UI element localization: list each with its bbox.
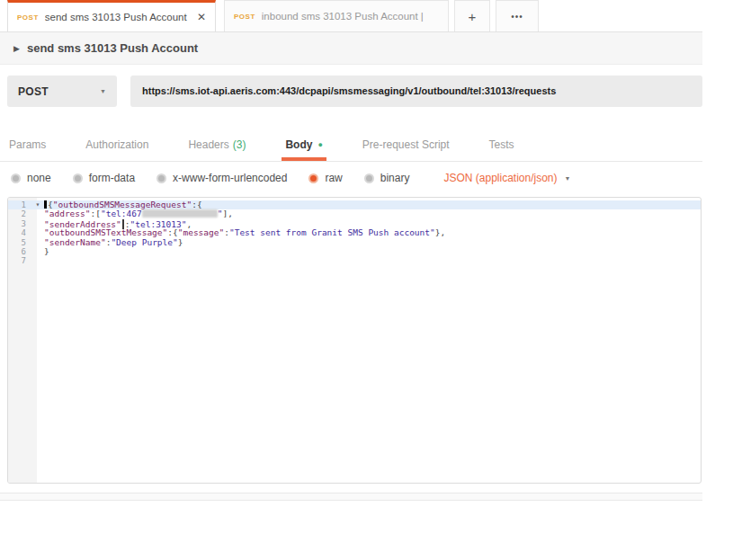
collapse-caret-icon[interactable]: ▶ bbox=[13, 44, 20, 53]
active-tab-underline bbox=[282, 157, 326, 161]
code-token: "senderName" bbox=[44, 237, 106, 247]
tab-tests[interactable]: Tests bbox=[489, 128, 514, 161]
code-token: :[ bbox=[90, 209, 100, 218]
fold-column bbox=[31, 256, 44, 265]
radio-label: raw bbox=[325, 172, 342, 184]
line-number: 7 bbox=[8, 256, 31, 265]
close-tab-icon[interactable]: ✕ bbox=[197, 11, 206, 23]
radio-icon bbox=[73, 173, 83, 183]
method-dropdown[interactable]: POST ▼ bbox=[7, 76, 117, 107]
fold-column bbox=[31, 247, 44, 256]
tab-label: Pre-request Script bbox=[362, 138, 450, 151]
code-token: :{ bbox=[167, 227, 177, 237]
request-tab-send-sms[interactable]: POST send sms 31013 Push Account ✕ bbox=[7, 0, 216, 31]
raw-body-editor[interactable]: 1▾{"outboundSMSMessageRequest":{2"addres… bbox=[7, 197, 702, 484]
postman-window: POST send sms 31013 Push Account ✕ POST … bbox=[0, 0, 702, 501]
body-type-none[interactable]: none bbox=[11, 172, 51, 184]
request-title: send sms 31013 Push Account bbox=[27, 41, 198, 55]
code-text bbox=[44, 256, 701, 265]
radio-icon bbox=[364, 173, 374, 183]
code-token: "message" bbox=[178, 227, 224, 237]
code-line[interactable]: 6} bbox=[8, 247, 701, 256]
body-has-content-dot-icon: ● bbox=[317, 140, 322, 149]
code-text: "senderName":"Deep Purple"} bbox=[44, 238, 701, 247]
radio-label: x-www-form-urlencoded bbox=[173, 172, 287, 184]
redacted-text bbox=[142, 209, 218, 218]
line-number: 1 bbox=[8, 200, 31, 209]
line-number: 5 bbox=[8, 238, 31, 247]
body-type-binary[interactable]: binary bbox=[364, 172, 410, 184]
tab-label: send sms 31013 Push Account bbox=[45, 12, 192, 22]
code-line[interactable]: 5"senderName":"Deep Purple"} bbox=[8, 238, 701, 247]
radio-label: none bbox=[27, 172, 51, 184]
radio-icon bbox=[156, 173, 166, 183]
body-type-raw[interactable]: raw bbox=[308, 172, 342, 184]
tab-authorization[interactable]: Authorization bbox=[85, 128, 148, 161]
code-line[interactable]: 7 bbox=[8, 256, 701, 265]
body-type-bar: none form-data x-www-form-urlencoded raw… bbox=[0, 162, 702, 194]
tab-label: Authorization bbox=[85, 138, 148, 151]
code-token: }, bbox=[435, 227, 445, 237]
fold-column bbox=[31, 228, 44, 237]
code-token: "address" bbox=[44, 209, 90, 218]
chevron-down-icon: ▼ bbox=[565, 175, 571, 182]
method-value: POST bbox=[18, 85, 49, 98]
code-text: } bbox=[44, 247, 701, 256]
tab-label: Tests bbox=[489, 138, 514, 151]
line-number: 2 bbox=[8, 209, 31, 218]
code-token: ], bbox=[222, 209, 232, 218]
url-input[interactable]: https://sms.iot-api.aeris.com:443/dcpapi… bbox=[130, 76, 702, 107]
tab-options-button[interactable]: ••• bbox=[496, 0, 539, 31]
radio-selected-icon bbox=[308, 173, 318, 183]
body-type-urlencoded[interactable]: x-www-form-urlencoded bbox=[156, 172, 287, 184]
radio-label: binary bbox=[380, 172, 410, 184]
body-type-form-data[interactable]: form-data bbox=[73, 172, 135, 184]
code-token: "outboundSMSMessageRequest" bbox=[53, 200, 192, 209]
tab-label: Headers bbox=[188, 138, 228, 151]
code-token: "outboundSMSTextMessage" bbox=[44, 227, 167, 237]
code-token: } bbox=[178, 237, 183, 247]
line-number: 3 bbox=[8, 219, 31, 228]
tab-params[interactable]: Params bbox=[9, 128, 46, 161]
radio-label: form-data bbox=[89, 172, 135, 184]
fold-caret-icon[interactable]: ▾ bbox=[31, 200, 44, 209]
chevron-down-icon: ▼ bbox=[100, 88, 106, 94]
text-cursor bbox=[44, 200, 47, 209]
radio-icon bbox=[11, 173, 21, 183]
tab-label: Params bbox=[9, 138, 46, 151]
method-badge: POST bbox=[234, 13, 255, 21]
headers-count-badge: (3) bbox=[233, 138, 246, 151]
fold-column bbox=[31, 209, 44, 218]
content-type-label: JSON (application/json) bbox=[443, 172, 557, 184]
tab-body[interactable]: Body ● bbox=[285, 128, 322, 161]
code-token: } bbox=[44, 246, 49, 256]
tab-label: Body bbox=[285, 138, 312, 151]
code-line[interactable]: 2"address":["tel:467"], bbox=[8, 209, 701, 218]
request-title-bar: ▶ send sms 31013 Push Account bbox=[0, 32, 702, 65]
code-token: :{ bbox=[192, 200, 201, 209]
tab-pre-request-script[interactable]: Pre-request Script bbox=[362, 128, 450, 161]
code-token: "Deep Purple" bbox=[111, 237, 177, 247]
method-badge: POST bbox=[17, 13, 39, 22]
code-text: "address":["tel:467"], bbox=[44, 209, 701, 218]
fold-column bbox=[31, 238, 44, 247]
new-tab-button[interactable]: + bbox=[454, 0, 490, 31]
code-token: "Test sent from Granit SMS Push account" bbox=[229, 227, 435, 237]
tab-headers[interactable]: Headers (3) bbox=[188, 128, 246, 161]
line-number: 6 bbox=[8, 247, 31, 256]
code-lines: 1▾{"outboundSMSMessageRequest":{2"addres… bbox=[8, 198, 701, 266]
request-tab-inbound-sms[interactable]: POST inbound sms 31013 Push Account | bbox=[224, 0, 449, 31]
content-type-dropdown[interactable]: JSON (application/json) ▼ bbox=[443, 172, 570, 184]
tab-bar: POST send sms 31013 Push Account ✕ POST … bbox=[0, 0, 702, 32]
code-token: "tel:467 bbox=[101, 209, 142, 218]
fold-column bbox=[31, 219, 44, 228]
tab-label: inbound sms 31013 Push Account | bbox=[262, 11, 439, 22]
request-section-tabs: Params Authorization Headers (3) Body ● … bbox=[0, 128, 702, 162]
code-text: {"outboundSMSMessageRequest":{ bbox=[44, 200, 701, 209]
bottom-divider bbox=[0, 493, 702, 501]
line-number: 4 bbox=[8, 228, 31, 237]
url-row: POST ▼ https://sms.iot-api.aeris.com:443… bbox=[0, 65, 702, 107]
